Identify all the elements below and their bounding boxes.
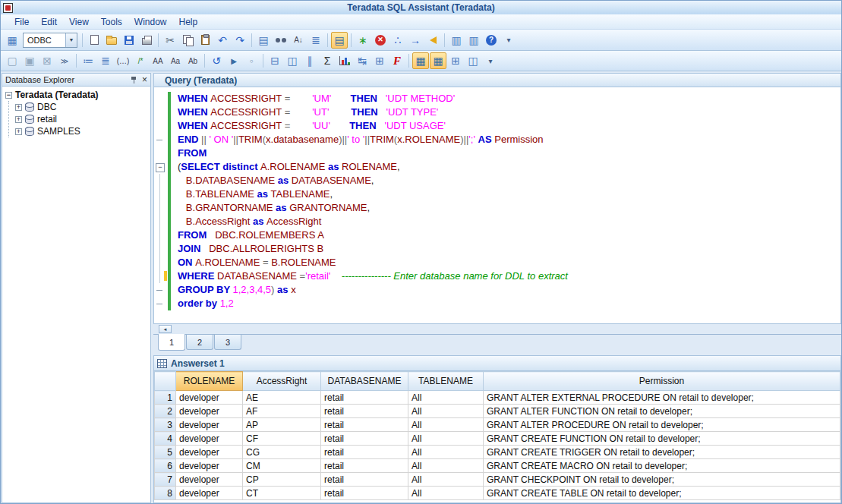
pin-icon[interactable] [131,76,137,84]
table-cell[interactable]: developer [176,432,243,446]
combo-dropdown-icon[interactable]: ▼ [65,33,77,47]
code-line[interactable]: WHERE DATABASENAME ='retail' -----------… [154,269,840,283]
table-cell[interactable]: retail [321,391,408,405]
menu-item-edit[interactable]: Edit [35,15,63,29]
table-cell[interactable]: GRANT CREATE FUNCTION ON retail to devel… [484,432,840,446]
column-header-databasename[interactable]: DATABASENAME [321,372,408,391]
query-tab-2[interactable]: 2 [186,335,213,350]
code-line[interactable]: B.TABLENAME as TABLENAME, [154,187,840,201]
block-comment-icon[interactable]: /* [132,52,149,69]
expand-icon[interactable]: + [15,116,22,123]
font-increase-icon[interactable]: AA [150,52,166,69]
table-cell[interactable]: developer [176,487,243,500]
table-cell[interactable]: GRANT ALTER EXTERNAL PROCEDURE ON retail… [484,391,840,405]
table-cell[interactable]: CP [243,473,321,487]
window-tile-icon[interactable]: ▣ [21,52,38,69]
help-icon[interactable] [483,32,500,49]
table-cell[interactable]: CM [243,459,321,473]
font-decrease-icon[interactable]: Aa [167,52,184,69]
sound-icon[interactable] [424,32,441,49]
new-query-icon[interactable] [86,32,102,49]
code-line[interactable]: (SELECT distinct A.ROLENAME as ROLENAME, [154,160,840,174]
row-number[interactable]: 2 [155,405,176,418]
table-cell[interactable]: All [408,446,484,459]
table-cell[interactable]: developer [176,473,243,487]
table-cell[interactable]: All [408,473,484,487]
code-line[interactable]: B.DATABASENAME as DATABASENAME, [154,174,840,187]
cut-icon[interactable]: ✂ [162,32,178,49]
column-header-permission[interactable]: Permission [484,372,840,391]
table-cell[interactable]: GRANT CREATE MACRO ON retail to develope… [484,459,840,473]
code-line[interactable]: order by 1,2 [154,297,840,310]
line-numbers-icon[interactable]: ≔ [80,52,96,69]
table-cell[interactable]: All [408,487,484,500]
grid-headers-icon[interactable]: ▦ [430,52,446,69]
table-cell[interactable]: developer [176,459,243,473]
history-window-icon[interactable]: ▤ [255,32,272,49]
format-query-icon[interactable]: → [407,32,424,49]
query-tab-1[interactable]: 1 [158,334,185,351]
find-icon[interactable] [273,32,289,49]
code-line[interactable]: ON A.ROLENAME = B.ROLENAME [154,256,840,269]
column-header-accessright[interactable]: AccessRight [243,372,321,391]
column-header-tablename[interactable]: TABLENAME [408,372,484,391]
table-cell[interactable]: All [408,405,484,418]
table-cell[interactable]: AP [243,418,321,432]
fold-collapse-icon[interactable] [154,160,168,174]
table-cell[interactable]: retail [321,446,408,459]
table-cell[interactable]: GRANT ALTER FUNCTION ON retail to develo… [484,405,840,418]
sort-icon[interactable]: A↓ [290,32,307,49]
table-cell[interactable]: retail [321,459,408,473]
grid-lines-icon[interactable]: ⊞ [371,52,388,69]
menu-item-view[interactable]: View [63,15,95,29]
toolbar-overflow-icon[interactable]: ▾ [500,32,517,49]
spool-toggle-icon[interactable]: ▤ [331,32,348,49]
table-cell[interactable]: All [408,459,484,473]
code-line[interactable]: FROM DBC.ROLEMEMBERS A [154,228,840,242]
play-icon[interactable]: ▶ [225,52,242,69]
redo-icon[interactable]: ↷ [232,32,248,49]
expand-icon[interactable]: + [15,128,22,135]
code-editor[interactable]: WHEN ACCESSRIGHT = 'UM' THEN 'UDT METHOD… [153,87,841,324]
row-number[interactable]: 7 [155,473,176,487]
code-line[interactable]: B.AccessRight as AccessRight [154,215,840,228]
menu-item-file[interactable]: File [8,15,35,29]
table-cell[interactable]: GRANT CHECKPOINT ON retail to developer; [484,473,840,487]
selected-cell[interactable]: developer [176,391,243,405]
row-number[interactable]: 8 [155,487,176,500]
code-line[interactable]: JOIN DBC.ALLROLERIGHTS B [154,242,840,256]
table-cell[interactable]: AF [243,405,321,418]
tree-root[interactable]: − Teradata (Teradata) [5,89,150,101]
code-line[interactable]: FROM [154,146,840,160]
execute-parallel-icon[interactable]: ∴ [389,32,406,49]
row-number[interactable]: 5 [155,446,176,459]
row-number[interactable]: 3 [155,418,176,432]
menu-item-tools[interactable]: Tools [95,15,128,29]
table-cell[interactable]: All [408,391,484,405]
table-cell[interactable]: developer [176,405,243,418]
table-cell[interactable]: CG [243,446,321,459]
code-line[interactable]: GROUP BY 1,2,3,4,5) as x [154,283,840,297]
pivot-icon[interactable]: ↹ [354,52,371,69]
paren-comment-icon[interactable]: (…) [115,52,131,69]
column-header-rolename[interactable]: ROLENAME [176,372,243,391]
code-line[interactable]: END || ' ON '||TRIM(x.databasename)||' t… [154,133,840,146]
row-number-header[interactable] [155,372,176,391]
open-icon[interactable] [103,32,120,49]
table-cell[interactable]: developer [176,418,243,432]
table-cell[interactable]: retail [321,487,408,500]
record-icon[interactable]: ◦ [243,52,260,69]
query-tab-3[interactable]: 3 [214,335,241,350]
totals-icon[interactable]: Σ [319,52,336,69]
window-cascade-icon[interactable]: ▢ [4,52,20,69]
layout-one-icon[interactable]: ▥ [448,32,465,49]
case-icon[interactable]: Ab [184,52,201,69]
odbc-combo[interactable]: ODBC▼ [23,33,77,48]
refresh-icon[interactable]: ↺ [208,52,225,69]
split-vertical-icon[interactable]: ◫ [284,52,301,69]
query-window-icon[interactable]: ▦ [4,32,20,49]
columns-icon[interactable]: ∥ [301,52,318,69]
execute-icon[interactable]: ∗ [355,32,371,49]
collapse-icon[interactable]: − [5,92,12,99]
scroll-left-icon[interactable]: ◄ [159,325,172,333]
